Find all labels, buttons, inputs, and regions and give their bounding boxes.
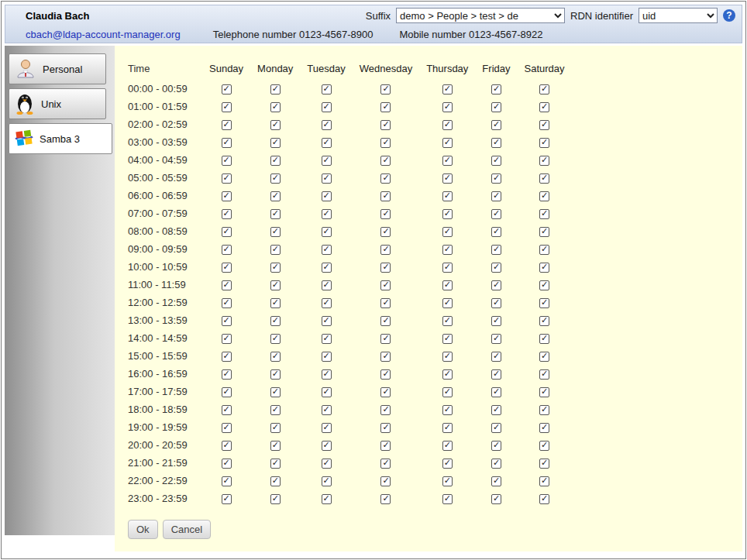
hour-checkbox-wednesday-07[interactable] xyxy=(380,209,391,219)
hour-checkbox-tuesday-01[interactable] xyxy=(322,102,332,112)
hour-checkbox-saturday-03[interactable] xyxy=(539,138,549,148)
hour-checkbox-tuesday-05[interactable] xyxy=(322,173,332,184)
hour-checkbox-friday-07[interactable] xyxy=(491,209,501,219)
hour-checkbox-wednesday-20[interactable] xyxy=(380,441,391,451)
hour-checkbox-wednesday-11[interactable] xyxy=(380,280,391,290)
hour-checkbox-tuesday-12[interactable] xyxy=(322,298,332,308)
hour-checkbox-saturday-10[interactable] xyxy=(539,263,549,273)
hour-checkbox-tuesday-17[interactable] xyxy=(322,387,332,397)
hour-checkbox-friday-21[interactable] xyxy=(491,459,501,469)
hour-checkbox-friday-00[interactable] xyxy=(491,84,501,94)
hour-checkbox-sunday-18[interactable] xyxy=(222,405,232,415)
hour-checkbox-thursday-04[interactable] xyxy=(442,156,453,166)
hour-checkbox-saturday-07[interactable] xyxy=(539,209,549,219)
hour-checkbox-tuesday-04[interactable] xyxy=(322,156,332,166)
hour-checkbox-sunday-02[interactable] xyxy=(222,120,232,130)
hour-checkbox-tuesday-18[interactable] xyxy=(322,405,332,415)
hour-checkbox-tuesday-08[interactable] xyxy=(322,227,332,237)
hour-checkbox-tuesday-09[interactable] xyxy=(322,245,332,255)
hour-checkbox-wednesday-01[interactable] xyxy=(380,102,391,112)
hour-checkbox-monday-03[interactable] xyxy=(270,138,281,148)
hour-checkbox-thursday-10[interactable] xyxy=(442,263,453,273)
hour-checkbox-friday-04[interactable] xyxy=(491,156,501,166)
hour-checkbox-monday-13[interactable] xyxy=(270,316,281,326)
hour-checkbox-monday-22[interactable] xyxy=(270,476,281,486)
hour-checkbox-monday-07[interactable] xyxy=(270,209,281,219)
hour-checkbox-thursday-01[interactable] xyxy=(442,102,453,112)
hour-checkbox-monday-14[interactable] xyxy=(270,334,281,344)
hour-checkbox-thursday-22[interactable] xyxy=(442,476,453,486)
hour-checkbox-sunday-17[interactable] xyxy=(222,387,232,397)
hour-checkbox-thursday-08[interactable] xyxy=(442,227,453,237)
hour-checkbox-monday-23[interactable] xyxy=(270,494,281,504)
hour-checkbox-sunday-21[interactable] xyxy=(222,459,232,469)
hour-checkbox-tuesday-03[interactable] xyxy=(322,138,332,148)
hour-checkbox-saturday-14[interactable] xyxy=(539,334,549,344)
hour-checkbox-sunday-10[interactable] xyxy=(222,263,232,273)
hour-checkbox-saturday-15[interactable] xyxy=(539,352,549,362)
hour-checkbox-wednesday-13[interactable] xyxy=(380,316,391,326)
hour-checkbox-friday-11[interactable] xyxy=(491,280,501,290)
ok-button[interactable]: Ok xyxy=(128,520,158,539)
hour-checkbox-thursday-13[interactable] xyxy=(442,316,453,326)
hour-checkbox-saturday-06[interactable] xyxy=(539,191,549,201)
hour-checkbox-wednesday-18[interactable] xyxy=(380,405,391,415)
hour-checkbox-monday-09[interactable] xyxy=(270,245,281,255)
hour-checkbox-wednesday-00[interactable] xyxy=(380,84,391,94)
hour-checkbox-thursday-02[interactable] xyxy=(442,120,453,130)
hour-checkbox-monday-08[interactable] xyxy=(270,227,281,237)
hour-checkbox-saturday-22[interactable] xyxy=(539,476,549,486)
hour-checkbox-sunday-05[interactable] xyxy=(222,173,232,184)
hour-checkbox-friday-06[interactable] xyxy=(491,191,501,201)
hour-checkbox-thursday-03[interactable] xyxy=(442,138,453,148)
hour-checkbox-sunday-13[interactable] xyxy=(222,316,232,326)
hour-checkbox-friday-12[interactable] xyxy=(491,298,501,308)
hour-checkbox-thursday-07[interactable] xyxy=(442,209,453,219)
hour-checkbox-saturday-01[interactable] xyxy=(539,102,549,112)
hour-checkbox-monday-02[interactable] xyxy=(270,120,281,130)
hour-checkbox-monday-10[interactable] xyxy=(270,263,281,273)
hour-checkbox-wednesday-04[interactable] xyxy=(380,156,391,166)
hour-checkbox-wednesday-21[interactable] xyxy=(380,459,391,469)
hour-checkbox-sunday-23[interactable] xyxy=(222,494,232,504)
hour-checkbox-saturday-08[interactable] xyxy=(539,227,549,237)
hour-checkbox-friday-22[interactable] xyxy=(491,476,501,486)
tab-samba3[interactable]: Samba 3 xyxy=(9,123,112,154)
hour-checkbox-tuesday-07[interactable] xyxy=(322,209,332,219)
hour-checkbox-friday-13[interactable] xyxy=(491,316,501,326)
hour-checkbox-wednesday-03[interactable] xyxy=(380,138,391,148)
tab-personal[interactable]: Personal xyxy=(9,53,106,84)
hour-checkbox-saturday-16[interactable] xyxy=(539,369,549,380)
hour-checkbox-tuesday-11[interactable] xyxy=(322,280,332,290)
hour-checkbox-wednesday-06[interactable] xyxy=(380,191,391,201)
hour-checkbox-sunday-15[interactable] xyxy=(222,352,232,362)
hour-checkbox-tuesday-16[interactable] xyxy=(322,369,332,380)
hour-checkbox-monday-04[interactable] xyxy=(270,156,281,166)
suffix-select[interactable]: demo > People > test > de xyxy=(396,8,565,23)
hour-checkbox-sunday-00[interactable] xyxy=(222,84,232,94)
hour-checkbox-wednesday-19[interactable] xyxy=(380,423,391,433)
hour-checkbox-wednesday-09[interactable] xyxy=(380,245,391,255)
hour-checkbox-tuesday-20[interactable] xyxy=(322,441,332,451)
hour-checkbox-friday-10[interactable] xyxy=(491,263,501,273)
hour-checkbox-thursday-12[interactable] xyxy=(442,298,453,308)
hour-checkbox-thursday-16[interactable] xyxy=(442,369,453,380)
hour-checkbox-tuesday-06[interactable] xyxy=(322,191,332,201)
hour-checkbox-saturday-12[interactable] xyxy=(539,298,549,308)
help-icon[interactable]: ? xyxy=(723,9,735,22)
hour-checkbox-thursday-19[interactable] xyxy=(442,423,453,433)
hour-checkbox-friday-15[interactable] xyxy=(491,352,501,362)
tab-unix[interactable]: Unix xyxy=(9,88,106,119)
hour-checkbox-tuesday-21[interactable] xyxy=(322,459,332,469)
hour-checkbox-thursday-17[interactable] xyxy=(442,387,453,397)
hour-checkbox-friday-02[interactable] xyxy=(491,120,501,130)
hour-checkbox-saturday-00[interactable] xyxy=(539,84,549,94)
hour-checkbox-thursday-15[interactable] xyxy=(442,352,453,362)
hour-checkbox-tuesday-14[interactable] xyxy=(322,334,332,344)
hour-checkbox-wednesday-08[interactable] xyxy=(380,227,391,237)
hour-checkbox-monday-20[interactable] xyxy=(270,441,281,451)
hour-checkbox-wednesday-23[interactable] xyxy=(380,494,391,504)
hour-checkbox-tuesday-13[interactable] xyxy=(322,316,332,326)
hour-checkbox-saturday-18[interactable] xyxy=(539,405,549,415)
hour-checkbox-tuesday-02[interactable] xyxy=(322,120,332,130)
